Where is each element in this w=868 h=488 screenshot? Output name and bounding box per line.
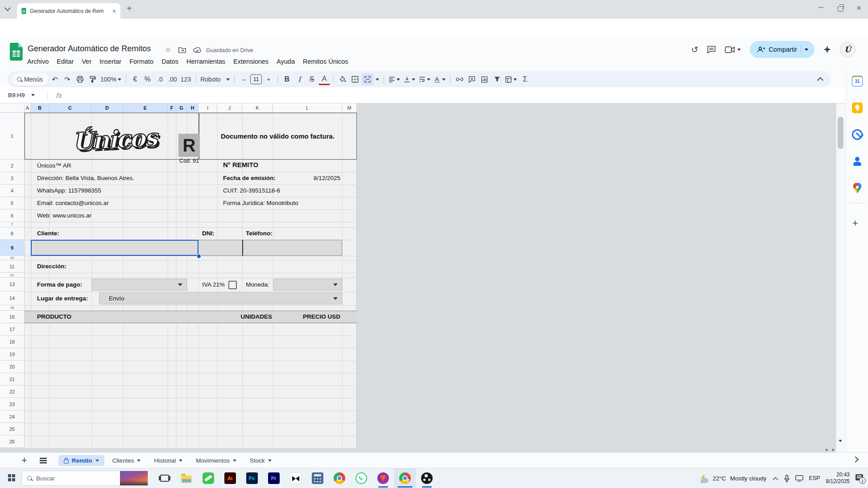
new-tab-button[interactable]: + [127,4,132,14]
fecha-label-cell[interactable]: Fecha de emisión: [223,172,276,185]
remito-title-cell[interactable]: N° REMITO [223,159,258,171]
forma-pago-label-cell[interactable]: Forma de pago: [37,278,82,291]
toolbar-menus-button[interactable]: Menús [12,73,48,86]
company-name-cell[interactable]: Únicos™ AR [37,160,71,172]
network-icon[interactable] [795,475,803,482]
version-history-icon[interactable]: ↺ [691,45,698,55]
brave-taskbar-button[interactable] [372,468,394,488]
vertical-scrollbar-thumb[interactable] [838,117,843,149]
document-title[interactable]: Generador Automático de Remitos [28,44,151,53]
text-rotation-button[interactable] [433,74,447,85]
row-header-4[interactable]: 4 [0,185,25,197]
insert-comment-button[interactable] [466,74,478,85]
menu-herramientas[interactable]: Herramientas [182,56,229,67]
percent-format-button[interactable]: % [142,74,153,85]
cliente-label-cell[interactable]: Cliente: [37,227,59,240]
row-header-21[interactable]: 21 [0,373,25,385]
premiere-taskbar-button[interactable]: Pr [263,468,285,488]
language-indicator[interactable]: ESP [809,475,820,481]
capcut-taskbar-button[interactable] [285,468,306,488]
calendar-icon[interactable]: 31 [852,76,863,86]
account-avatar[interactable]: Ú [840,42,856,57]
row-header-2[interactable]: 2 [0,160,25,172]
notification-center[interactable]: 1 [856,474,864,482]
row-header-9[interactable]: 9 [0,240,25,256]
iva-checkbox[interactable] [228,281,237,289]
green-app-taskbar-button[interactable] [197,468,219,488]
window-minimize-button[interactable]: – [818,2,823,12]
selection-handle[interactable] [197,254,201,258]
merge-cells-button[interactable] [362,74,373,85]
star-document-icon[interactable]: ☆ [165,46,171,54]
add-sheet-button[interactable]: + [21,455,27,466]
vertical-scrollbar[interactable] [836,103,846,452]
photoshop-taskbar-button[interactable]: Ps [241,468,263,488]
bold-button[interactable]: B [281,74,293,85]
taskbar-search[interactable]: Buscar [21,471,148,486]
text-color-button[interactable]: A [318,74,330,85]
sheet-tab-menu-icon[interactable] [95,459,99,462]
select-all-corner[interactable] [0,103,25,113]
share-button[interactable]: Compartir [750,41,814,58]
create-filter-button[interactable] [491,74,503,85]
company-email-cell[interactable]: Email: contacto@unicos.ar [37,197,109,209]
sheets-logo-icon[interactable] [10,43,23,61]
tab-close-icon[interactable]: × [112,8,117,14]
telefono-label-cell[interactable]: Teléfono: [246,227,273,240]
paint-format-button[interactable] [87,74,98,85]
saved-status[interactable]: Guardado en Drive [206,47,253,53]
clock[interactable]: 20:43 8/12/2025 [826,472,850,485]
formula-input[interactable] [62,87,846,103]
row-header-26[interactable]: 26 [0,435,25,448]
menu-insertar[interactable]: Insertar [95,56,125,67]
fill-color-button[interactable] [337,74,348,85]
spreadsheet-grid[interactable]: ABCDEFGHIJKLM 12345678910111213141516171… [0,103,846,452]
column-header-H[interactable]: H [187,103,198,113]
column-header-D[interactable]: D [91,103,123,113]
number-format-button[interactable]: 123 [179,74,192,85]
move-folder-icon[interactable] [178,47,186,53]
functions-button[interactable]: Σ [519,74,531,85]
row-header-16[interactable]: 16 [0,311,25,323]
lugar-label-cell[interactable]: Lugar de entrega: [37,291,88,305]
hidden-icons-chevron[interactable] [773,476,778,480]
gemini-icon[interactable] [823,46,831,53]
sheet-tab-historial[interactable]: Historial [149,455,188,466]
forma-pago-dropdown[interactable] [91,279,187,291]
decrease-font-size-button[interactable]: – [238,74,249,85]
increase-font-size-button[interactable]: + [263,74,274,85]
increase-decimal-button[interactable]: .00 [167,74,178,85]
row-header-3[interactable]: 3 [0,172,25,185]
contacts-icon[interactable] [852,156,863,167]
forma-juridica-cell[interactable]: Forma Jurídica: Monotributo [223,197,298,209]
row-header-15[interactable]: 15 [0,305,25,311]
row-header-8[interactable]: 8 [0,227,25,240]
comments-icon[interactable] [707,45,716,53]
producto-header-cell[interactable]: PRODUCTO [37,311,71,323]
window-close-button[interactable]: × [856,3,861,13]
italic-button[interactable]: I [293,74,305,85]
row-header-25[interactable]: 25 [0,423,25,435]
dni-label-cell[interactable]: DNI: [202,227,215,240]
row-header-6[interactable]: 6 [0,209,25,222]
fecha-value-cell[interactable]: 8/12/2025 [296,172,340,185]
window-restore-button[interactable] [838,6,843,12]
meet-button[interactable] [725,46,741,53]
table-views-button[interactable] [504,74,518,85]
row-header-12[interactable]: 12 [0,273,25,278]
undo-button[interactable]: ↶ [49,74,61,85]
column-header-E[interactable]: E [123,103,168,113]
moneda-dropdown[interactable] [273,279,342,291]
sheet-tab-clientes[interactable]: Clientes [107,455,146,466]
currency-format-button[interactable]: € [129,74,141,85]
borders-button[interactable] [349,74,361,85]
row-header-22[interactable]: 22 [0,385,25,398]
share-dropdown[interactable] [801,45,812,54]
sheet-tab-remito[interactable]: Remito [58,455,104,466]
column-header-L[interactable]: L [273,103,342,113]
menu-archivo[interactable]: Archivo [23,56,53,67]
row-header-24[interactable]: 24 [0,410,25,423]
unidades-header-cell[interactable]: UNIDADES [227,311,272,323]
scroll-left-arrow[interactable]: ◄ [824,447,828,452]
font-select[interactable]: Roboto [199,74,231,85]
